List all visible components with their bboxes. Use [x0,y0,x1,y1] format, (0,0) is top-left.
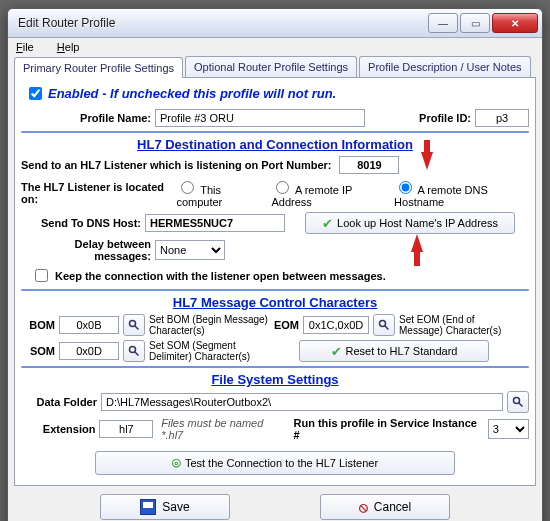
cancel-icon: ⦸ [359,499,368,516]
enabled-label: Enabled - If unchecked this profile will… [48,86,336,101]
svg-point-4 [130,347,136,353]
lookup-hostname-button[interactable]: ✔ Look up Host Name's IP Address [305,212,515,234]
edit-router-profile-window: Edit Router Profile — ▭ ✕ File Help Prim… [7,8,543,521]
data-folder-input[interactable] [101,393,503,411]
som-btn-label: Set SOM (Segment Delimiter) Character(s) [149,340,269,362]
profile-id-label: Profile ID: [401,112,475,124]
maximize-button[interactable]: ▭ [460,13,490,33]
menu-help[interactable]: Help [57,41,90,53]
radio-remote-dns[interactable]: A remote DNS Hostname [394,178,529,208]
som-label: SOM [21,345,59,357]
radio-this-computer[interactable]: This computer [176,178,262,208]
eom-label: EOM [269,319,303,331]
som-browse-button[interactable] [123,340,145,362]
keep-connection-label: Keep the connection with the listener op… [55,270,386,282]
tab-optional[interactable]: Optional Router Profile Settings [185,56,357,77]
radio-remote-ip[interactable]: A remote IP Address [271,178,384,208]
fs-heading: File System Settings [21,372,529,387]
check-icon: ✔ [331,344,342,359]
tab-primary[interactable]: Primary Router Profile Settings [14,57,183,78]
som-input[interactable] [59,342,119,360]
save-icon [140,499,156,515]
svg-line-3 [385,326,389,330]
window-title: Edit Router Profile [18,16,426,30]
delay-label: Delay between messages: [21,238,155,262]
instance-label: Run this profile in Service Instance # [294,417,482,441]
bom-input[interactable] [59,316,119,334]
cancel-button[interactable]: ⦸ Cancel [320,494,450,520]
svg-point-0 [130,321,136,327]
dns-host-label: Send To DNS Host: [21,217,145,229]
magnifier-icon [128,345,140,357]
delay-select[interactable]: None [155,240,225,260]
magnifier-icon [378,319,390,331]
svg-line-5 [135,352,139,356]
send-port-label: Send to an HL7 Listener which is listeni… [21,159,331,171]
dest-heading: HL7 Destination and Connection Informati… [21,137,529,152]
extension-label: Extension [21,423,99,435]
bom-label: BOM [21,319,59,331]
titlebar[interactable]: Edit Router Profile — ▭ ✕ [8,9,542,38]
tab-description[interactable]: Profile Description / User Notes [359,56,530,77]
eom-browse-button[interactable] [373,314,395,336]
reset-hl7-button[interactable]: ✔ Reset to HL7 Standard [299,340,489,362]
menubar: File Help [8,38,542,56]
svg-line-1 [135,326,139,330]
test-connection-button[interactable]: ⦾ Test the Connection to the HL7 Listene… [95,451,455,475]
eom-input[interactable] [303,316,369,334]
check-icon: ✔ [322,216,333,231]
menu-file[interactable]: File [16,41,44,53]
svg-line-7 [519,403,523,407]
profile-id-input[interactable] [475,109,529,127]
data-folder-label: Data Folder [21,396,101,408]
extension-input[interactable] [99,420,153,438]
tabstrip: Primary Router Profile Settings Optional… [14,56,536,78]
extension-hint: Files must be named *.hl7 [161,417,285,441]
port-input[interactable] [339,156,399,174]
save-button[interactable]: Save [100,494,230,520]
profile-name-input[interactable] [155,109,365,127]
instance-select[interactable]: 3 [488,419,529,439]
tab-primary-page: Enabled - If unchecked this profile will… [14,78,536,486]
mcc-heading: HL7 Message Control Characters [21,295,529,310]
annotation-arrow-up-icon [411,234,423,252]
located-label: The HL7 Listener is located on: [21,181,171,205]
minimize-button[interactable]: — [428,13,458,33]
annotation-arrow-down-icon [421,152,433,170]
close-button[interactable]: ✕ [492,13,538,33]
svg-point-2 [380,321,386,327]
enabled-checkbox[interactable] [29,87,42,100]
dns-host-input[interactable] [145,214,285,232]
eom-btn-label: Set EOM (End of Message) Character(s) [399,314,509,336]
svg-point-6 [514,398,520,404]
magnifier-icon [512,396,524,408]
magnifier-icon [128,319,140,331]
data-folder-browse-button[interactable] [507,391,529,413]
bom-btn-label: Set BOM (Begin Message) Character(s) [149,314,269,336]
keep-connection-checkbox[interactable] [35,269,48,282]
bom-browse-button[interactable] [123,314,145,336]
wifi-icon: ⦾ [172,457,179,470]
profile-name-label: Profile Name: [21,112,155,124]
